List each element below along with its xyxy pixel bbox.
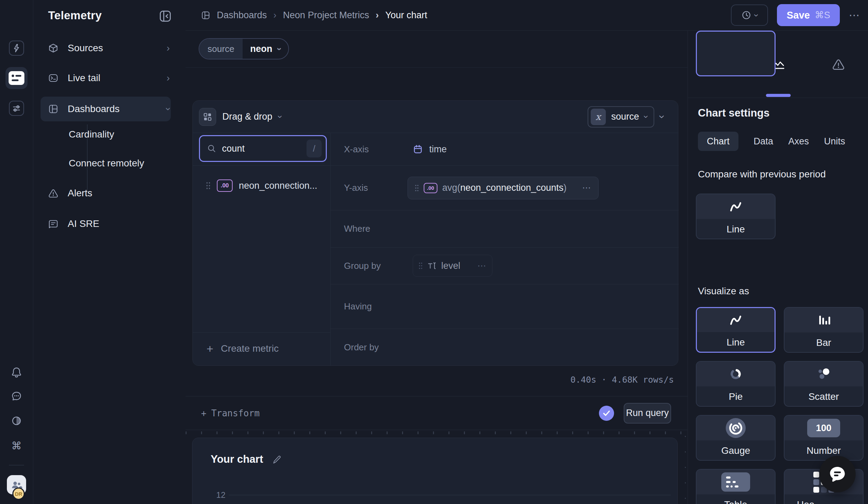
sidebar-item-label: Alerts [68,188,92,199]
sidebar-subitem-connect-remotely[interactable]: Connect remotely [69,153,144,174]
subtab-units[interactable]: Units [824,136,845,147]
theme-toggle-button[interactable] [10,415,23,427]
feedback-button[interactable] [10,390,23,402]
icon-rail: ⌘ DR [0,0,33,504]
visualize-heading: Visualize as [698,286,749,297]
sidebar-item-ai-sre[interactable]: AI SRE [33,212,186,236]
where-row[interactable]: Where [330,210,679,247]
group-by-label: Group by [344,260,381,271]
shortcuts-button[interactable]: ⌘ [10,439,23,452]
order-by-row[interactable]: Order by [330,329,679,366]
sidebar-item-alerts[interactable]: Alerts [33,181,186,206]
viz-card-pie[interactable]: Pie [696,361,776,407]
sidebar-item-live-tail[interactable]: Live tail › [33,66,186,90]
text-type-icon [427,261,437,270]
breadcrumb-current: Your chart [385,10,427,21]
query-builder-rail-button[interactable] [6,67,28,89]
group-by-pill[interactable]: level ⋯ [413,255,493,277]
collapse-builder-icon[interactable]: › [656,115,669,119]
subtab-data[interactable]: Data [754,136,773,147]
viz-card-number[interactable]: 100 Number [784,415,864,461]
source-selector[interactable]: source neon › [199,38,289,60]
viz-card-scatter[interactable]: Scatter [784,361,864,407]
chat-dots-icon [11,391,22,402]
viz-card-table[interactable]: Table [696,469,776,504]
settings-rail-button[interactable] [9,101,24,116]
search-icon [207,144,217,153]
viz-card-label: Bar [785,332,863,353]
slash-shortcut-badge: / [307,140,322,157]
breadcrumb-grid-icon [201,11,210,20]
y-axis-row: Y-axis .00 avg(neon_connection_counts) [330,165,679,210]
subtab-axes[interactable]: Axes [788,136,809,147]
chat-widget-button[interactable] [819,456,856,492]
save-shortcut: ⌘S [815,10,830,21]
run-query-button[interactable]: Run query [624,403,671,423]
viz-card-bar[interactable]: Bar [784,307,864,353]
metric-search-box: / [199,135,327,162]
chevron-right-icon: › [375,10,379,21]
search-input[interactable] [222,143,301,154]
viz-card-line[interactable]: Line [696,307,776,353]
bell-icon [11,367,22,378]
sidebar-subitem-cardinality[interactable]: Cardinality [69,124,114,145]
create-metric-button[interactable]: + Create metric [193,337,330,360]
chevron-right-icon: › [273,10,277,21]
y-axis-label: Y-axis [344,183,368,193]
warning-triangle-icon [48,188,59,198]
group-by-row: Group by [330,247,679,284]
edit-pencil-icon[interactable] [271,454,281,464]
warning-triangle-icon [832,58,845,71]
sidebar-subitem-label: Cardinality [69,129,114,140]
drag-drop-mode-button[interactable] [199,108,216,126]
subtab-chart[interactable]: Chart [698,132,738,151]
collapse-panel-icon [159,10,172,23]
collapse-sidebar-button[interactable] [159,10,172,23]
breadcrumb-dashboards[interactable]: Dashboards [217,10,267,21]
user-initials-badge[interactable]: DR [12,487,25,500]
sidebar-item-dashboards[interactable] [41,96,171,121]
x-axis-row[interactable]: X-axis time [330,133,679,165]
sliders-icon [11,103,22,113]
sidebar-item-sources[interactable]: Sources › [33,36,186,61]
y-axis-aggregation-pill[interactable]: .00 avg(neon_connection_counts) ⋯ [407,177,599,199]
tab-alerts[interactable] [808,31,868,97]
divider [193,165,330,166]
transform-section: + Transform Run query [186,396,688,430]
chevron-down-icon: › [641,115,651,118]
run-query-label: Run query [626,408,669,419]
sidebar-subitem-label: Connect remotely [69,158,144,169]
pill-options-icon[interactable]: ⋯ [477,260,487,271]
add-transform-button[interactable]: + Transform [201,408,260,419]
layout-grid-icon [203,112,212,121]
active-tab-indicator [766,94,791,97]
pie-chart-icon [729,367,743,381]
line-chart-icon [729,201,742,213]
chevron-down-icon: › [751,14,762,17]
query-icon [9,71,24,85]
more-menu-icon[interactable]: ⋯ [849,9,860,22]
calendar-icon [413,144,423,154]
notifications-button[interactable] [10,366,23,378]
pill-options-icon[interactable]: ⋯ [582,183,591,193]
viz-card-label: Table [696,494,775,504]
compare-line-card[interactable]: Line [696,194,776,239]
breadcrumb-dashboard-name[interactable]: Neon Project Metrics [283,10,369,21]
builder-mode-label[interactable]: Drag & drop [222,111,272,122]
create-metric-label: Create metric [221,343,279,354]
chevron-right-icon: › [167,43,170,54]
time-range-button[interactable]: › [731,4,768,26]
number-100-icon: 100 [807,419,840,437]
viz-card-gauge[interactable]: Gauge [696,415,776,461]
viz-card-label: Gauge [696,440,775,461]
x-axis-value[interactable]: time [413,144,447,155]
quickstart-button[interactable] [9,41,24,56]
source-key-label: source [199,39,242,59]
terminal-icon [48,73,59,83]
divider [193,332,330,333]
having-row[interactable]: Having [330,284,679,329]
series-dimension-selector[interactable]: x source › [588,106,654,127]
query-valid-badge [599,406,614,421]
save-button[interactable]: Save ⌘S [777,4,840,26]
metric-list-item[interactable]: .00 neon_connection... [193,176,330,196]
